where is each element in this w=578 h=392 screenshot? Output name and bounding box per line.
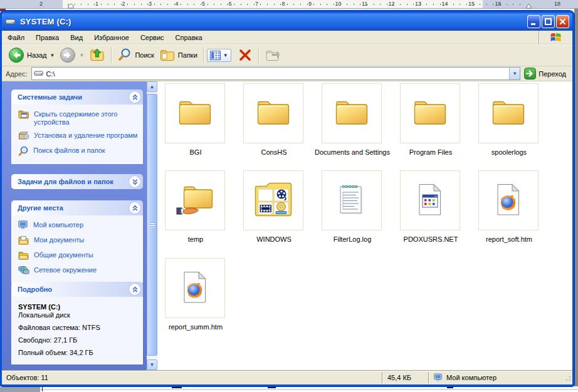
file-thumbnail[interactable] [322,170,382,230]
file-thumbnail[interactable] [322,83,382,143]
go-icon [524,68,536,80]
maximize-button[interactable] [542,15,555,28]
views-button[interactable]: ▼ [207,49,231,62]
ruler-number-11: 11 [362,1,367,7]
sidebar-link-system-tasks[interactable]: Установка и удаление программ [18,131,139,142]
back-button[interactable]: Назад ▼ [6,47,57,63]
generic-file-icon [416,183,444,218]
menu-правка[interactable]: Правка [30,31,65,44]
sidebar-link-label: Общие документы [34,250,93,259]
sidebar-link-other-places[interactable]: Мои документы [18,235,139,246]
go-button[interactable]: Переход [524,68,569,80]
panel-file-tasks: Задачи для файлов и папок [11,174,143,189]
chevron-up-icon[interactable] [129,284,140,295]
menu-bar: ФайлПравкаВидИзбранноеСервисСправка [2,31,572,44]
file-label[interactable]: PDOXUSRS.NET [390,235,471,243]
chevron-up-icon[interactable] [129,202,140,214]
ruler-number-9: 9 [308,1,312,7]
views-dropdown-icon[interactable]: ▼ [223,53,228,58]
file-label[interactable]: Program Files [390,148,471,156]
status-zone-label: Мой компьютер [446,374,497,381]
file-thumbnail[interactable] [165,83,225,143]
shared-folder-icon [176,183,214,218]
file-label[interactable]: temp [157,235,236,243]
firefox-html-icon [181,271,209,306]
windows-logo [539,31,572,44]
folder-up-icon [89,48,105,63]
sidebar-link-label: Поиск файлов и папок [33,146,105,155]
ruler-number-2: 2 [122,1,125,7]
move-to-icon [265,48,282,63]
task-pane: Системные задачиСкрыть содержимое этого … [2,81,147,370]
panel-body: Мой компьютерМои документыОбщие документ… [11,215,143,283]
folders-button[interactable]: Папки [157,48,200,63]
file-label[interactable]: spoolerlogs [468,148,550,156]
ruler-number-18: 18 [554,1,560,7]
menu-справка[interactable]: Справка [170,31,208,44]
file-label[interactable]: BGI [157,148,236,156]
search-label: Поиск [135,51,154,59]
file-thumbnail[interactable] [243,83,303,143]
title-bar[interactable]: SYSTEM (C:) [2,13,572,31]
sidebar-link-other-places[interactable]: Сетевое окружение [18,266,139,276]
sidebar-link-system-tasks[interactable]: Скрыть содержимое этого устройства [18,110,139,126]
sidebar-link-label: Установка и удаление программ [34,131,137,140]
menu-сервис[interactable]: Сервис [135,31,170,44]
file-label[interactable]: report_soft.htm [468,235,550,243]
place-mydocs-icon [18,235,29,246]
scroll-down-button[interactable]: ▼ [147,359,157,370]
chevron-up-icon[interactable] [129,91,140,103]
indent-marker[interactable] [68,3,74,10]
sidebar-link-system-tasks[interactable]: Поиск файлов и папок [18,146,139,157]
address-input[interactable]: C:\ ▼ [31,67,521,80]
folders-icon [159,48,176,63]
menu-избранное[interactable]: Избранное [88,31,135,44]
panel-header-other-places[interactable]: Другие места [11,200,143,215]
file-thumbnail[interactable] [478,170,539,230]
menu-вид[interactable]: Вид [65,31,88,44]
file-thumbnail[interactable] [165,170,225,230]
sidebar-link-other-places[interactable]: Общие документы [18,250,139,261]
right-indent-marker[interactable] [525,3,532,10]
file-thumbnail[interactable] [478,83,539,143]
close-button[interactable] [556,15,569,28]
vertical-scrollbar[interactable]: ▲ ▼ [147,81,157,370]
delete-icon [238,48,253,63]
minimize-button[interactable] [527,15,540,28]
file-thumbnail[interactable] [165,258,225,318]
file-label[interactable]: Documents and Settings [312,148,393,156]
go-label: Переход [539,70,566,78]
scroll-up-button[interactable]: ▲ [147,81,157,92]
panel-header-file-tasks[interactable]: Задачи для файлов и папок [11,174,143,189]
up-button[interactable] [87,48,108,63]
folder-thumbs-icon [254,182,293,219]
search-button[interactable]: Поиск [115,48,156,63]
file-label[interactable]: ConsHS [233,148,315,156]
document-mark [172,386,182,388]
sidebar-link-other-places[interactable]: Мой компьютер [18,220,139,231]
window-title: SYSTEM (C:) [20,17,71,26]
forward-button[interactable]: ▼ [57,47,87,63]
ruler-number-4: 4 [176,1,179,7]
file-thumbnail[interactable] [400,170,460,230]
move-to-button [262,48,285,63]
file-thumbnail[interactable] [243,170,303,230]
resize-grip[interactable] [565,371,572,384]
address-dropdown-button[interactable]: ▼ [509,68,520,80]
panel-title: Задачи для файлов и папок [18,178,129,185]
file-thumbnail[interactable] [400,83,460,143]
scrollbar-thumb[interactable] [147,94,157,356]
details-line: Свободно: 27,1 ГБ [18,336,137,344]
chevron-down-icon[interactable] [129,176,140,187]
folder-icon [177,98,213,129]
file-label[interactable]: report_summ.htm [157,323,236,331]
delete-button[interactable] [235,48,255,63]
panel-body: SYSTEM (C:)Локальный дискФайловая систем… [11,297,143,364]
menu-файл[interactable]: Файл [2,31,30,44]
back-dropdown-icon[interactable]: ▼ [50,53,55,58]
file-label[interactable]: WINDOWS [233,235,315,243]
file-label[interactable]: FilterLog.log [312,235,393,243]
place-shareddocs-icon [18,250,29,261]
panel-header-system-tasks[interactable]: Системные задачи [11,90,143,105]
panel-header-details[interactable]: Подробно [11,282,143,297]
